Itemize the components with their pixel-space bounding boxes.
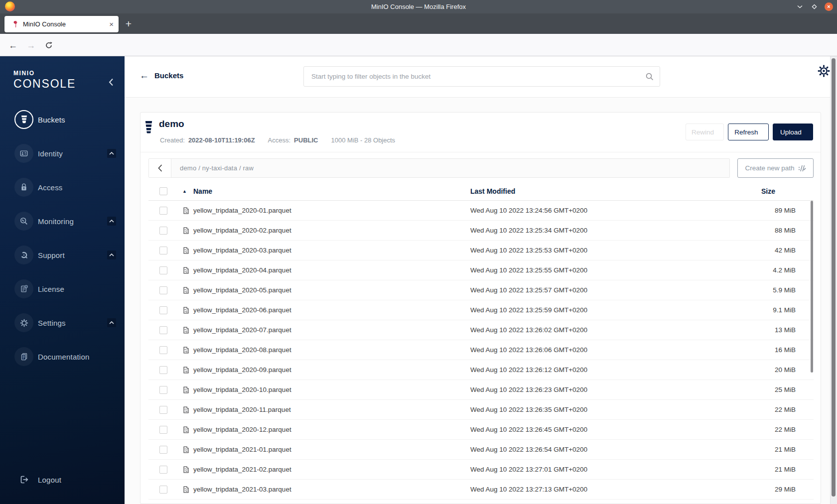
- row-checkbox[interactable]: [159, 466, 167, 474]
- access-value[interactable]: PUBLIC: [294, 136, 318, 144]
- object-row[interactable]: yellow_tripdata_2021-03.parquet Wed Aug …: [148, 480, 814, 500]
- page-scrollbar-thumb[interactable]: [832, 58, 836, 497]
- sidebar-item-label: Identity: [38, 149, 63, 158]
- sidebar-collapse-icon[interactable]: [109, 78, 114, 86]
- row-checkbox[interactable]: [159, 446, 167, 454]
- breadcrumb[interactable]: demo / ny-taxi-data / raw: [180, 164, 254, 172]
- row-checkbox[interactable]: [159, 207, 167, 215]
- sidebar-item-settings[interactable]: Settings: [0, 311, 125, 335]
- row-checkbox[interactable]: [159, 426, 167, 434]
- create-new-path-button[interactable]: Create new path: [737, 158, 814, 178]
- object-name[interactable]: yellow_tripdata_2020-12.parquet: [193, 426, 470, 433]
- tab-close-icon[interactable]: ×: [109, 20, 114, 28]
- sidebar-item-monitoring[interactable]: Monitoring: [0, 209, 125, 233]
- minio-sidebar: MINIO CONSOLE Buckets Identity Access Mo…: [0, 56, 125, 504]
- parquet-file-icon: [182, 366, 190, 374]
- forward-icon[interactable]: →: [25, 39, 37, 51]
- object-name[interactable]: yellow_tripdata_2020-03.parquet: [193, 247, 470, 254]
- access-label: Access:: [268, 136, 291, 144]
- object-last-modified: Wed Aug 10 2022 13:26:35 GMT+0200: [470, 406, 741, 413]
- object-row[interactable]: yellow_tripdata_2020-01.parquet Wed Aug …: [148, 201, 814, 221]
- bucket-summary-header: demo Created: 2022-08-10T11:19:06Z Acces…: [140, 113, 821, 152]
- table-scrollbar-thumb[interactable]: [811, 201, 813, 373]
- row-checkbox[interactable]: [159, 486, 167, 494]
- back-icon[interactable]: ←: [7, 39, 19, 51]
- window-close-button[interactable]: ×: [825, 2, 833, 11]
- objects-table-header: ▲ Name Last Modified Size: [148, 182, 814, 201]
- column-last-modified[interactable]: Last Modified: [470, 187, 741, 195]
- create-path-icon: [798, 165, 806, 172]
- row-checkbox[interactable]: [159, 386, 167, 394]
- new-tab-button[interactable]: +: [121, 16, 136, 31]
- sidebar-item-identity[interactable]: Identity: [0, 141, 125, 165]
- object-row[interactable]: yellow_tripdata_2020-08.parquet Wed Aug …: [148, 340, 814, 360]
- parquet-file-icon: [182, 486, 190, 494]
- object-row[interactable]: yellow_tripdata_2020-04.parquet Wed Aug …: [148, 260, 814, 280]
- sidebar-item-buckets[interactable]: Buckets: [0, 108, 125, 131]
- row-checkbox[interactable]: [159, 266, 167, 274]
- row-checkbox[interactable]: [159, 346, 167, 354]
- object-name[interactable]: yellow_tripdata_2020-02.parquet: [193, 227, 470, 234]
- bucket-name: demo: [159, 119, 184, 129]
- object-row[interactable]: yellow_tripdata_2021-01.parquet Wed Aug …: [148, 440, 814, 460]
- row-checkbox[interactable]: [159, 286, 167, 294]
- sidebar-item-access[interactable]: Access: [0, 175, 125, 199]
- row-checkbox[interactable]: [159, 247, 167, 254]
- column-size[interactable]: Size: [741, 187, 796, 195]
- back-to-buckets[interactable]: ← Buckets: [140, 71, 183, 80]
- path-back-chevron[interactable]: [149, 159, 171, 177]
- row-checkbox[interactable]: [159, 366, 167, 374]
- parquet-file-icon: [182, 466, 190, 474]
- object-row[interactable]: yellow_tripdata_2020-03.parquet Wed Aug …: [148, 241, 814, 260]
- usage-summary: 1000 MiB - 28 Objects: [331, 136, 395, 144]
- row-checkbox[interactable]: [159, 406, 167, 414]
- object-name[interactable]: yellow_tripdata_2020-11.parquet: [193, 406, 470, 413]
- select-all-checkbox[interactable]: [159, 187, 167, 195]
- console-settings-gear-icon[interactable]: [817, 64, 831, 78]
- refresh-button[interactable]: Refresh: [728, 124, 769, 140]
- object-row[interactable]: yellow_tripdata_2020-12.parquet Wed Aug …: [148, 420, 814, 440]
- object-name[interactable]: yellow_tripdata_2020-10.parquet: [193, 386, 470, 393]
- sidebar-item-support[interactable]: Support: [0, 243, 125, 267]
- object-name[interactable]: yellow_tripdata_2021-03.parquet: [193, 486, 470, 493]
- sort-asc-icon[interactable]: ▲: [182, 189, 190, 194]
- upload-button[interactable]: Upload: [773, 124, 813, 140]
- object-name[interactable]: yellow_tripdata_2020-08.parquet: [193, 346, 470, 354]
- object-row[interactable]: yellow_tripdata_2020-07.parquet Wed Aug …: [148, 320, 814, 340]
- sidebar-item-logout[interactable]: Logout: [0, 468, 125, 492]
- row-checkbox[interactable]: [159, 306, 167, 314]
- object-row[interactable]: yellow_tripdata_2020-10.parquet Wed Aug …: [148, 380, 814, 400]
- object-name[interactable]: yellow_tripdata_2020-04.parquet: [193, 266, 470, 274]
- sidebar-item-label: Support: [38, 251, 65, 259]
- search-input[interactable]: [304, 67, 660, 86]
- object-row[interactable]: yellow_tripdata_2020-02.parquet Wed Aug …: [148, 221, 814, 241]
- sidebar-item-license[interactable]: License: [0, 277, 125, 301]
- column-name[interactable]: Name: [193, 187, 470, 195]
- row-checkbox[interactable]: [159, 326, 167, 334]
- window-shade-icon[interactable]: [796, 3, 804, 11]
- parquet-file-icon: [182, 326, 190, 334]
- object-name[interactable]: yellow_tripdata_2020-07.parquet: [193, 326, 470, 334]
- object-last-modified: Wed Aug 10 2022 13:25:59 GMT+0200: [470, 306, 741, 314]
- object-name[interactable]: yellow_tripdata_2020-06.parquet: [193, 306, 470, 314]
- object-row[interactable]: yellow_tripdata_2020-05.parquet Wed Aug …: [148, 280, 814, 300]
- row-checkbox[interactable]: [159, 227, 167, 235]
- object-row[interactable]: yellow_tripdata_2020-09.parquet Wed Aug …: [148, 360, 814, 380]
- object-name[interactable]: yellow_tripdata_2021-01.parquet: [193, 446, 470, 453]
- object-last-modified: Wed Aug 10 2022 13:25:57 GMT+0200: [470, 286, 741, 294]
- object-last-modified: Wed Aug 10 2022 13:26:02 GMT+0200: [470, 326, 741, 334]
- sidebar-item-label: License: [38, 285, 64, 293]
- rewind-button[interactable]: Rewind: [686, 124, 724, 140]
- browser-tab[interactable]: MinIO Console ×: [4, 16, 119, 32]
- object-size: 13 MiB: [741, 326, 796, 334]
- window-maximize-icon[interactable]: [810, 3, 818, 11]
- object-row[interactable]: yellow_tripdata_2020-06.parquet Wed Aug …: [148, 300, 814, 320]
- object-name[interactable]: yellow_tripdata_2020-01.parquet: [193, 207, 470, 214]
- object-name[interactable]: yellow_tripdata_2020-09.parquet: [193, 366, 470, 374]
- object-name[interactable]: yellow_tripdata_2021-02.parquet: [193, 466, 470, 473]
- object-name[interactable]: yellow_tripdata_2020-05.parquet: [193, 286, 470, 294]
- reload-icon[interactable]: [43, 39, 55, 51]
- object-row[interactable]: yellow_tripdata_2021-02.parquet Wed Aug …: [148, 460, 814, 480]
- object-row[interactable]: yellow_tripdata_2020-11.parquet Wed Aug …: [148, 400, 814, 420]
- sidebar-item-documentation[interactable]: Documentation: [0, 345, 125, 369]
